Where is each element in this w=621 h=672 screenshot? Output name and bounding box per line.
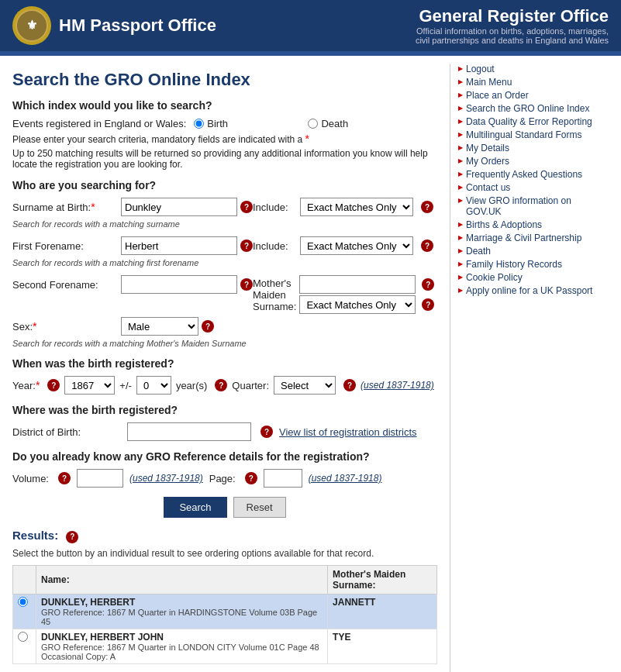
- tolerance-select[interactable]: 0 1 2 3: [136, 376, 171, 395]
- gro-title: General Register Office: [416, 6, 609, 26]
- tolerance-help-icon[interactable]: ?: [215, 379, 227, 391]
- sidebar-place-order[interactable]: Place an Order: [458, 90, 597, 101]
- volume-help-icon[interactable]: ?: [58, 472, 71, 484]
- col-maiden-header: Mother's Maiden Surname:: [328, 566, 437, 594]
- sex-select[interactable]: Male Female: [121, 317, 198, 336]
- sidebar-births[interactable]: Births & Adoptions: [458, 219, 597, 230]
- sidebar-main-menu[interactable]: Main Menu: [458, 77, 597, 88]
- sidebar-logout[interactable]: Logout: [458, 64, 597, 74]
- main-content: Search the GRO Online Index Which index …: [0, 64, 450, 672]
- volume-input[interactable]: [77, 469, 123, 488]
- second-forename-input[interactable]: [121, 275, 237, 294]
- results-table: Name: Mother's Maiden Surname: DUNKLEY, …: [12, 565, 437, 664]
- result-ref: GRO Reference: 1867 M Quarter in LONDON …: [41, 643, 323, 661]
- quarter-help-icon[interactable]: ?: [343, 379, 356, 391]
- sex-row: Sex:* Male Female ?: [12, 317, 437, 336]
- year-select[interactable]: 1867 1866 1868 1837: [64, 376, 115, 395]
- mothers-input-row: Mother'sMaidenSurname: ? Exact Matches O…: [253, 275, 437, 314]
- mothers-maiden-input[interactable]: [299, 275, 416, 294]
- include1-help-icon[interactable]: ?: [421, 201, 433, 213]
- results-heading: Results:: [12, 529, 58, 542]
- include-select2[interactable]: Exact Matches Only Phonetic Matches All …: [300, 236, 413, 255]
- include2-help-icon[interactable]: ?: [421, 240, 433, 252]
- quarter-select[interactable]: Select March June September December: [274, 376, 336, 395]
- sidebar-marriage[interactable]: Marriage & Civil Partnership: [458, 233, 597, 243]
- sidebar-passport[interactable]: Apply online for a UK Passport: [458, 285, 597, 296]
- second-forename-label-row: Second Forename: ?: [12, 275, 253, 294]
- sidebar-death[interactable]: Death: [458, 246, 597, 257]
- sidebar-faq[interactable]: Frequently Asked Questions: [458, 169, 597, 180]
- sidebar-contact[interactable]: Contact us: [458, 182, 597, 193]
- sidebar-my-details[interactable]: My Details: [458, 143, 597, 153]
- first-forename-input[interactable]: [121, 236, 237, 255]
- page-label: Page:: [209, 473, 236, 484]
- quarter-year-link[interactable]: (used 1837-1918): [361, 380, 434, 391]
- surname-row: Surname at Birth:* ? Search for records …: [12, 198, 437, 233]
- surname-help-icon[interactable]: ?: [240, 201, 253, 213]
- birth-label: Birth: [207, 118, 228, 129]
- mothers-include-select[interactable]: Exact Matches Only Phonetic Matches All …: [299, 295, 416, 314]
- second-forename-label: Second Forename:: [12, 279, 121, 291]
- sidebar-search[interactable]: Search the GRO Online Index: [458, 103, 597, 114]
- year-row: Year:* ? 1867 1866 1868 1837 +/- 0 1 2 3…: [12, 376, 437, 395]
- birth-radio-label[interactable]: Birth: [194, 118, 302, 129]
- district-help-icon[interactable]: ?: [260, 426, 273, 438]
- surname-label: Surname at Birth:*: [12, 201, 121, 213]
- include-label2: Include:: [253, 240, 295, 252]
- year-help-icon[interactable]: ?: [47, 379, 60, 391]
- sidebar-my-orders[interactable]: My Orders: [458, 156, 597, 167]
- second-forename-help-icon[interactable]: ?: [240, 278, 253, 291]
- reset-button[interactable]: Reset: [233, 497, 286, 518]
- sidebar-multilingual[interactable]: Multilingual Standard Forms: [458, 129, 597, 140]
- result-radio-0[interactable]: [18, 597, 28, 607]
- volume-year-link[interactable]: (used 1837-1918): [129, 473, 203, 484]
- sidebar-gov-uk[interactable]: View GRO information on GOV.UK: [458, 195, 597, 217]
- sidebar-cookie[interactable]: Cookie Policy: [458, 272, 597, 283]
- vol-page-row: Volume: ? (used 1837-1918) Page: ? (used…: [12, 469, 437, 488]
- death-radio[interactable]: [308, 119, 318, 129]
- page-title: Search the GRO Online Index: [12, 70, 437, 90]
- mothers-help-icon[interactable]: ?: [422, 278, 434, 291]
- first-forename-help-icon[interactable]: ?: [240, 240, 253, 252]
- page-year-link[interactable]: (used 1837-1918): [309, 473, 382, 484]
- gro-sub2: civil partnerships and deaths in England…: [416, 36, 609, 45]
- col-name-header: Name:: [36, 566, 328, 594]
- result-radio-cell[interactable]: [13, 629, 36, 664]
- volume-label: Volume:: [12, 473, 49, 484]
- surname-col-left: Surname at Birth:* ? Search for records …: [12, 198, 253, 233]
- surname-input[interactable]: [121, 198, 237, 216]
- surname-hint: Search for records with a matching surna…: [12, 219, 253, 229]
- gro-sub1: Official information on births, adoption…: [416, 26, 609, 36]
- search-button[interactable]: Search: [164, 497, 226, 518]
- result-radio-1[interactable]: [18, 632, 28, 642]
- page-input[interactable]: [264, 469, 302, 488]
- section-where: Where was the birth registered? District…: [12, 404, 437, 441]
- mothers-col: Mother'sMaidenSurname: ? Exact Matches O…: [253, 275, 437, 314]
- result-maiden: JANNETT: [328, 594, 437, 629]
- include-select1[interactable]: Exact Matches Only Phonetic Matches All …: [300, 198, 413, 216]
- section-gro-ref-heading: Do you already know any GRO Reference de…: [12, 450, 437, 463]
- page-help-icon[interactable]: ?: [245, 472, 257, 484]
- result-name-cell: DUNKLEY, HERBERTGRO Reference: 1867 M Qu…: [36, 594, 328, 629]
- birth-radio[interactable]: [194, 119, 204, 129]
- sidebar-data-quality[interactable]: Data Quality & Error Reporting: [458, 116, 597, 127]
- result-name: DUNKLEY, HERBERT JOHN: [41, 632, 323, 643]
- district-label: District of Birth:: [12, 426, 121, 438]
- death-radio-label[interactable]: Death: [308, 118, 416, 129]
- mothers-include-help-icon[interactable]: ?: [422, 298, 434, 311]
- second-forename-row: Second Forename: ? Mother'sMaidenSurname…: [12, 275, 437, 314]
- main-layout: Search the GRO Online Index Which index …: [0, 56, 621, 672]
- svg-text:⚜: ⚜: [26, 19, 37, 32]
- result-name: DUNKLEY, HERBERT: [41, 597, 323, 608]
- year-suffix: year(s): [176, 380, 207, 391]
- form-buttons: Search Reset: [12, 497, 437, 518]
- district-input[interactable]: [127, 422, 251, 441]
- quarter-section: Quarter: Select March June September Dec…: [232, 376, 433, 395]
- mothers-label: Mother'sMaidenSurname:: [253, 277, 296, 312]
- result-radio-cell[interactable]: [13, 594, 36, 629]
- sidebar-family-history[interactable]: Family History Records: [458, 259, 597, 270]
- sex-help-icon[interactable]: ?: [202, 320, 214, 333]
- results-help-icon[interactable]: ?: [66, 531, 78, 543]
- district-list-link[interactable]: View list of registration districts: [279, 426, 417, 438]
- section-gro-ref: Do you already know any GRO Reference de…: [12, 450, 437, 488]
